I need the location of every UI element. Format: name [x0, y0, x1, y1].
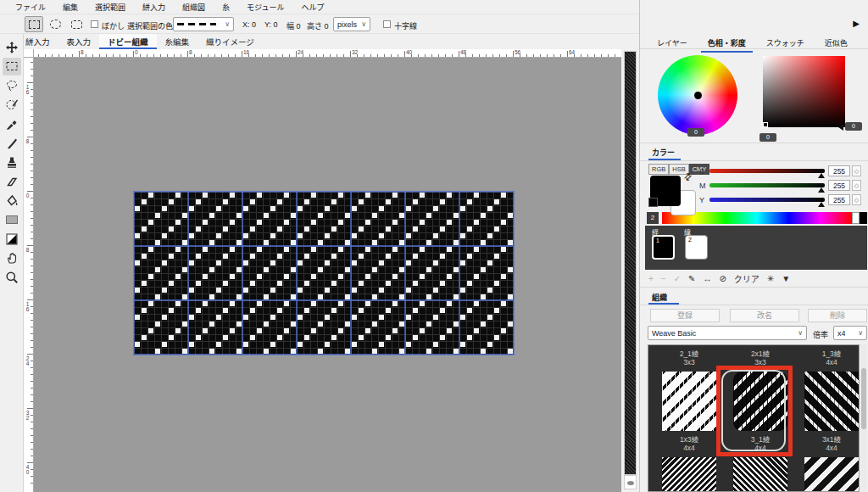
ruler-tick	[72, 54, 73, 57]
ruler-tick	[31, 286, 33, 287]
ruler-tick	[513, 51, 514, 57]
ruler-tick	[31, 150, 33, 151]
yarn-chip-2[interactable]: 2	[685, 235, 708, 260]
ruler-tick	[31, 218, 33, 219]
thumbnail-scrollbar[interactable]	[860, 344, 867, 492]
blur-checkbox[interactable]	[91, 20, 98, 28]
eraser-tool[interactable]	[3, 172, 21, 190]
remove-icon[interactable]: −	[661, 274, 666, 283]
crosshair-checkbox[interactable]	[383, 20, 391, 28]
panel-expand-icon[interactable]: ▶	[853, 19, 860, 28]
ruler-tick	[31, 327, 33, 327]
spectrum-black-cap[interactable]	[860, 212, 867, 224]
marquee-rounded-button[interactable]	[67, 16, 86, 32]
sv-marker[interactable]	[763, 122, 768, 127]
menu-item-2[interactable]: 選択範囲	[86, 2, 134, 13]
panel-tab-近似色[interactable]: 近似色	[818, 36, 854, 53]
ruler-tick	[160, 54, 161, 57]
slider-spinner[interactable]: ◇	[852, 194, 861, 205]
tab-糸編集[interactable]: 糸編集	[157, 34, 198, 49]
tab-ドビー組織[interactable]: ドビー組織	[99, 34, 157, 49]
brush-tool[interactable]	[3, 134, 21, 152]
thumbnail-partial-2[interactable]	[804, 457, 859, 492]
edit-icon[interactable]: ✎	[688, 274, 695, 283]
canvas-area[interactable]	[34, 58, 621, 492]
panel-tab-レイヤー[interactable]: レイヤー	[650, 36, 694, 53]
weave-tab[interactable]: 組織	[652, 292, 667, 303]
slider-spinner[interactable]: ◇	[852, 180, 861, 191]
thumbnail-partial-0[interactable]	[662, 457, 716, 492]
thumbnail-partial-1[interactable]	[733, 457, 787, 492]
weave-pattern-grid[interactable]	[133, 191, 515, 355]
apply-icon[interactable]: ✓	[674, 274, 681, 283]
slider-handle-icon[interactable]	[818, 187, 825, 193]
menu-item-3[interactable]: 絣入力	[134, 2, 174, 13]
hand-tool[interactable]	[3, 249, 21, 267]
ruler-tick	[31, 469, 33, 470]
mode-rgb-button[interactable]: RGB	[648, 164, 669, 175]
invert-icon	[5, 232, 19, 246]
menu-item-1[interactable]: 編集	[54, 2, 86, 13]
color-swatch-tool[interactable]	[3, 210, 21, 228]
lasso-tool[interactable]	[3, 76, 21, 94]
bucket-tool[interactable]	[3, 192, 21, 210]
invert-tool[interactable]	[3, 230, 21, 248]
selection-color-select[interactable]: ∨	[173, 17, 234, 31]
eyedropper-tool[interactable]	[3, 115, 21, 132]
slider-value[interactable]: 255	[828, 194, 850, 205]
stamp-tool[interactable]	[3, 154, 21, 171]
zoom-tool[interactable]	[3, 268, 21, 286]
menu-item-4[interactable]: 組織図	[174, 2, 214, 13]
slider-handle-icon[interactable]	[818, 202, 825, 207]
clear-icon[interactable]: クリア	[734, 272, 760, 285]
delete-button[interactable]: 削除	[808, 309, 867, 322]
thumbnail-1x3綾[interactable]	[662, 372, 716, 431]
scale-select[interactable]: x4∨	[833, 326, 867, 340]
move-tool[interactable]	[3, 38, 21, 56]
options-icon[interactable]: ✳	[767, 274, 774, 283]
hue-value-badge: 0	[687, 128, 704, 137]
color-tab[interactable]: カラー	[652, 147, 675, 158]
saturation-value-square[interactable]	[763, 56, 845, 127]
register-button[interactable]: 登録	[650, 309, 720, 322]
hue-wheel-marker[interactable]	[694, 92, 702, 99]
default-colors-icon[interactable]	[648, 198, 658, 207]
scrollbar-thumb[interactable]	[861, 368, 866, 429]
tab-表入力[interactable]: 表入力	[58, 34, 100, 49]
menu-item-6[interactable]: モジュール	[238, 2, 292, 13]
slider-track[interactable]	[709, 198, 825, 202]
menu-item-0[interactable]: ファイル	[7, 2, 54, 13]
swap-icon[interactable]: ↔	[703, 274, 711, 283]
tab-織りイメージ[interactable]: 織りイメージ	[198, 34, 263, 49]
slider-value[interactable]: 255	[828, 165, 850, 176]
marquee-rect-button[interactable]	[25, 16, 43, 32]
thumbnail-3x1綾[interactable]	[804, 372, 859, 431]
ruler-tick	[27, 82, 33, 83]
yarn-chip-1[interactable]: 1	[652, 235, 675, 260]
ruler-tick	[438, 54, 439, 57]
menu-item-5[interactable]: 糸	[214, 2, 238, 13]
slider-track[interactable]	[709, 183, 825, 187]
more-icon[interactable]: ▼	[782, 274, 790, 283]
selection-brush-tool[interactable]	[3, 96, 21, 114]
spectrum-white-cap[interactable]	[852, 212, 860, 224]
panel-tab-色相・彩度[interactable]: 色相・彩度	[701, 36, 753, 53]
yarn-index-badge: 2	[647, 212, 659, 224]
slider-spinner[interactable]: ◇	[852, 165, 861, 176]
rename-button[interactable]: 改名	[730, 309, 799, 322]
divider	[640, 160, 868, 161]
slider-value[interactable]: 255	[828, 180, 850, 191]
thumb-label-2x1綾: 2x1綾3x3	[726, 349, 794, 366]
preview-strip-button[interactable]	[627, 481, 634, 485]
add-icon[interactable]: +	[648, 274, 654, 283]
disable-icon[interactable]: ⊘	[719, 274, 726, 283]
weave-library-select[interactable]: Weave Basic∨	[648, 326, 807, 340]
marquee-ellipse-button[interactable]	[46, 16, 64, 32]
marquee-tool[interactable]	[3, 58, 21, 75]
units-select[interactable]: pixels∨	[333, 17, 370, 31]
slider-track[interactable]	[709, 169, 825, 173]
slider-handle-icon[interactable]	[818, 173, 825, 178]
panel-tab-スウォッチ[interactable]: スウォッチ	[760, 36, 811, 53]
hue-wheel[interactable]	[658, 55, 737, 135]
menu-item-7[interactable]: ヘルプ	[292, 2, 332, 13]
